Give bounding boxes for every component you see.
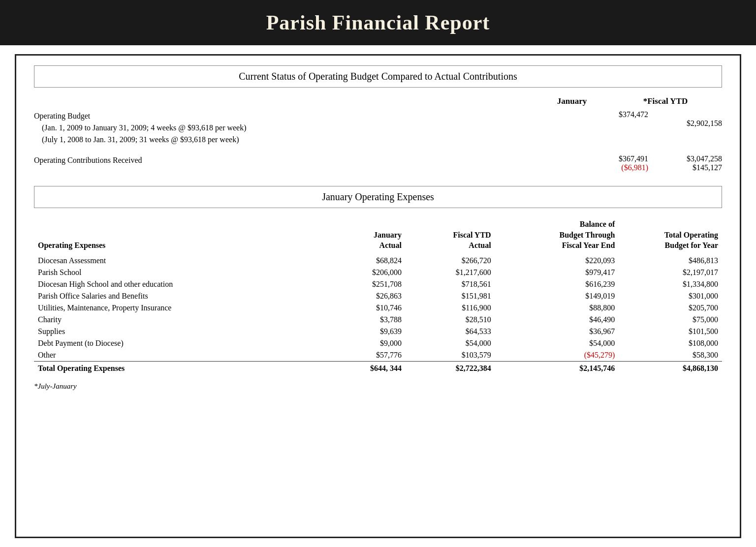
expenses-total: $108,000 [619,337,722,349]
expenses-total: $101,500 [619,326,722,337]
expenses-jan: $10,746 [323,302,406,314]
expenses-label: Other [34,349,323,362]
expenses-row: Diocesan High School and other education… [34,278,722,290]
expenses-row: Supplies $9,639 $64,533 $36,967 $101,500 [34,326,722,337]
expenses-label: Parish Office Salaries and Benefits [34,290,323,302]
expenses-balance: $46,490 [495,314,619,326]
th-jan: JanuaryActual [323,217,406,255]
operating-budget-section: Current Status of Operating Budget Compa… [34,65,722,172]
expenses-jan: $9,639 [323,326,406,337]
th-total: Total OperatingBudget for Year [619,217,722,255]
expenses-balance: $149,019 [495,290,619,302]
expenses-balance: $220,093 [495,255,619,267]
expenses-row: Debt Payment (to Diocese) $9,000 $54,000… [34,337,722,349]
expenses-total: $205,700 [619,302,722,314]
total-ytd: $2,722,384 [406,361,495,374]
expenses-row: Other $57,776 $103,579 ($45,279) $58,300 [34,349,722,362]
expenses-total: $75,000 [619,314,722,326]
budget-jan-val1: $374,472 [594,110,658,128]
expenses-ytd: $28,510 [406,314,495,326]
expenses-total: $301,000 [619,290,722,302]
expenses-total: $1,334,800 [619,278,722,290]
expenses-balance: $88,800 [495,302,619,314]
expenses-jan: $68,824 [323,255,406,267]
budget-ytd-val2: $3,047,258 $145,127 [658,154,722,172]
expenses-row: Diocesan Assessment $68,824 $266,720 $22… [34,255,722,267]
total-jan: $644, 344 [323,361,406,374]
expenses-row: Charity $3,788 $28,510 $46,490 $75,000 [34,314,722,326]
expenses-balance: $616,239 [495,278,619,290]
budget-row-2: Operating Contributions Received $367,49… [34,154,722,172]
expenses-jan: $251,708 [323,278,406,290]
page-title: Parish Financial Report [20,11,736,34]
expenses-jan: $3,788 [323,314,406,326]
col-header-ytd: *Fiscal YTD [638,96,693,106]
expenses-label: Diocesan Assessment [34,255,323,267]
expenses-ytd: $116,900 [406,302,495,314]
expenses-ytd: $266,720 [406,255,495,267]
budget-ytd-val1: $2,902,158 [658,110,722,128]
budget-label-1: Operating Budget (Jan. 1, 2009 to Januar… [34,110,594,146]
col-header-january: January [545,96,599,106]
page-header: Parish Financial Report [0,0,756,45]
expenses-ytd: $64,533 [406,326,495,337]
expenses-balance: ($45,279) [495,349,619,362]
budget-main-label: Operating Budget [34,110,594,122]
expenses-header-row: Operating Expenses JanuaryActual Fiscal … [34,217,722,255]
expenses-jan: $206,000 [323,267,406,278]
total-total: $4,868,130 [619,361,722,374]
expenses-balance: $979,417 [495,267,619,278]
expenses-row: Parish School $206,000 $1,217,600 $979,4… [34,267,722,278]
budget-rows: Operating Budget (Jan. 1, 2009 to Januar… [34,110,722,172]
expenses-ytd: $151,981 [406,290,495,302]
expenses-row: Parish Office Salaries and Benefits $26,… [34,290,722,302]
expenses-jan: $57,776 [323,349,406,362]
budget-section-title: Current Status of Operating Budget Compa… [34,65,722,88]
expenses-table: Operating Expenses JanuaryActual Fiscal … [34,217,722,374]
expenses-section: January Operating Expenses Operating Exp… [34,186,722,391]
th-label: Operating Expenses [34,217,323,255]
expenses-total: $58,300 [619,349,722,362]
budget-sub2: (July 1, 2008 to Jan. 31, 2009; 31 weeks… [34,134,594,146]
total-balance: $2,145,746 [495,361,619,374]
expenses-label: Utilities, Maintenance, Property Insuran… [34,302,323,314]
total-label: Total Operating Expenses [34,361,323,374]
th-ytd: Fiscal YTDActual [406,217,495,255]
expenses-label: Parish School [34,267,323,278]
th-balance: Balance ofBudget ThroughFiscal Year End [495,217,619,255]
expenses-total-row: Total Operating Expenses $644, 344 $2,72… [34,361,722,374]
expenses-jan: $26,863 [323,290,406,302]
expenses-balance: $36,967 [495,326,619,337]
expenses-ytd: $54,000 [406,337,495,349]
expenses-footnote: *July-January [34,382,722,391]
budget-col-headers: January *Fiscal YTD [34,96,722,106]
expenses-label: Charity [34,314,323,326]
expenses-total: $486,813 [619,255,722,267]
expenses-jan: $9,000 [323,337,406,349]
expenses-balance: $54,000 [495,337,619,349]
expenses-ytd: $1,217,600 [406,267,495,278]
expenses-row: Utilities, Maintenance, Property Insuran… [34,302,722,314]
expenses-label: Supplies [34,326,323,337]
budget-jan-val2: $367,491 ($6,981) [594,154,658,172]
expenses-label: Debt Payment (to Diocese) [34,337,323,349]
expenses-section-title: January Operating Expenses [34,186,722,208]
budget-label-2: Operating Contributions Received [34,154,594,166]
expenses-ytd: $103,579 [406,349,495,362]
expenses-total: $2,197,017 [619,267,722,278]
page-body: Current Status of Operating Budget Compa… [15,54,741,538]
expenses-label: Diocesan High School and other education [34,278,323,290]
budget-row-1: Operating Budget (Jan. 1, 2009 to Januar… [34,110,722,146]
budget-sub1: (Jan. 1, 2009 to January 31, 2009; 4 wee… [34,122,594,134]
expenses-ytd: $718,561 [406,278,495,290]
